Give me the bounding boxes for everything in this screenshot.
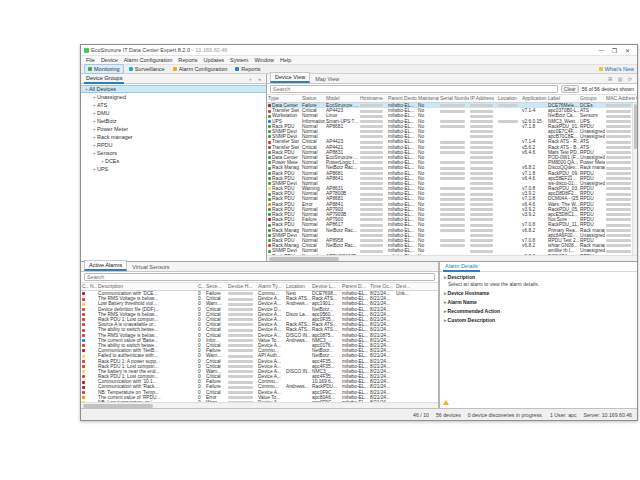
- column-header[interactable]: Application ...: [521, 96, 547, 101]
- perspective-surveillance[interactable]: Surveillance: [126, 65, 168, 73]
- column-header[interactable]: Contact Na...: [635, 96, 637, 101]
- menu-item-window[interactable]: Window: [251, 57, 277, 63]
- chevron-icon[interactable]: ▸: [444, 299, 447, 305]
- device-table-vscrollbar[interactable]: [632, 103, 637, 255]
- column-header[interactable]: Maintenan...: [417, 96, 439, 101]
- redacted-text: [606, 172, 631, 175]
- expand-icon[interactable]: +: [93, 134, 96, 140]
- menu-item-file[interactable]: File: [83, 57, 98, 63]
- chevron-icon[interactable]: ▸: [444, 308, 447, 314]
- menu-item-device[interactable]: Device: [98, 57, 121, 63]
- perspective-reports[interactable]: Reports: [232, 65, 263, 73]
- maximize-button[interactable]: ❐: [608, 47, 621, 54]
- status-icon: [268, 229, 271, 232]
- expand-icon[interactable]: +: [93, 118, 96, 124]
- tab-active-alarms[interactable]: Active Alarms: [84, 260, 127, 271]
- perspective-alarm-configuration[interactable]: Alarm Configuration: [170, 65, 231, 73]
- tree-item-dmu[interactable]: +DMU: [81, 109, 266, 117]
- redacted-text: [470, 172, 493, 175]
- expand-icon[interactable]: +: [93, 126, 96, 132]
- column-header[interactable]: Device L...: [311, 284, 341, 289]
- column-header[interactable]: C...: [81, 284, 89, 289]
- status-icon: [268, 172, 271, 175]
- tree-item-rack-manager[interactable]: +Rack manager: [81, 133, 266, 141]
- chevron-icon[interactable]: ▸: [444, 317, 447, 323]
- redacted-text: [360, 172, 383, 175]
- expand-icon[interactable]: +: [93, 150, 96, 156]
- menu-item-alarm-configuration[interactable]: Alarm Configuration: [121, 57, 176, 63]
- column-header[interactable]: Description: [97, 284, 197, 289]
- menu-item-reports[interactable]: Reports: [175, 57, 200, 63]
- status-icon: [268, 104, 271, 107]
- detail-section-label: ▸Alarm Name: [444, 299, 633, 305]
- device-view-corner-icons[interactable]: ⊞ ▥ ⟳: [608, 76, 634, 82]
- column-header[interactable]: Parent D...: [341, 284, 369, 289]
- expand-icon[interactable]: +: [93, 166, 96, 172]
- device-search-input[interactable]: [270, 85, 558, 93]
- whats-new-link[interactable]: What's New: [599, 66, 634, 72]
- tree-item-dces[interactable]: +DCEs: [81, 157, 266, 165]
- chevron-icon[interactable]: ▸: [444, 274, 447, 280]
- chevron-icon[interactable]: ▸: [444, 290, 447, 296]
- column-header[interactable]: IP Address: [469, 96, 497, 101]
- severity-icon: [82, 370, 85, 373]
- device-table-hscrollbar[interactable]: [267, 255, 637, 261]
- tree-item-ups[interactable]: +UPS: [81, 165, 266, 173]
- expand-icon[interactable]: +: [93, 110, 96, 116]
- redacted-text: [360, 110, 383, 113]
- status-icon: [268, 151, 271, 154]
- column-header[interactable]: Alarm Ty...: [257, 284, 285, 289]
- alarm-table-hscrollbar[interactable]: [81, 402, 438, 408]
- tree-item-rpdu[interactable]: +RPDU: [81, 141, 266, 149]
- column-header[interactable]: Groups: [579, 96, 605, 101]
- minimize-button[interactable]: —: [595, 47, 608, 54]
- status-icon: [268, 218, 271, 221]
- column-header[interactable]: Label: [547, 96, 579, 101]
- expand-icon[interactable]: +: [85, 86, 88, 92]
- column-header[interactable]: Device H...: [227, 284, 257, 289]
- device-groups-header-icons[interactable]: ＋ «: [248, 76, 263, 82]
- menu-item-updates[interactable]: Updates: [201, 57, 228, 63]
- alarm-table-header: C...N...DescriptionC...Seve...Device H..…: [81, 283, 438, 291]
- perspective-monitoring[interactable]: Monitoring: [84, 64, 124, 74]
- column-header[interactable]: Location: [497, 96, 521, 101]
- tree-item-ats[interactable]: +ATS: [81, 101, 266, 109]
- status-icon: [268, 130, 271, 133]
- expand-icon[interactable]: +: [93, 102, 96, 108]
- column-header[interactable]: Location: [285, 284, 311, 289]
- redacted-text: [440, 167, 465, 170]
- expand-icon[interactable]: +: [101, 158, 104, 164]
- tab-device-view[interactable]: Device View: [270, 72, 310, 83]
- tab-map-view[interactable]: Map View: [311, 75, 343, 83]
- tab-virtual-sensors[interactable]: Virtual Sensors: [128, 263, 173, 271]
- column-header[interactable]: Devi...: [395, 284, 415, 289]
- clear-button[interactable]: Clear: [561, 85, 579, 93]
- tree-item-netbotz[interactable]: +NetBotz: [81, 117, 266, 125]
- expand-icon[interactable]: +: [93, 142, 96, 148]
- column-header[interactable]: C...: [197, 284, 205, 289]
- status-icon: [268, 182, 271, 185]
- column-header[interactable]: Time Oc...: [369, 284, 395, 289]
- column-header[interactable]: Status: [301, 96, 325, 101]
- close-button[interactable]: ✕: [621, 47, 634, 54]
- tree-item-sensors[interactable]: +Sensors: [81, 149, 266, 157]
- expand-icon[interactable]: +: [93, 94, 96, 100]
- tree-item-unassigned[interactable]: +Unassigned: [81, 93, 266, 101]
- column-header[interactable]: Serial Number: [439, 96, 469, 101]
- column-header[interactable]: Parent Device: [387, 96, 417, 101]
- table-cell: AP8641: [325, 176, 359, 181]
- column-header[interactable]: MAC Address: [605, 96, 635, 101]
- menu-item-help[interactable]: Help: [277, 57, 294, 63]
- column-header[interactable]: N...: [89, 284, 97, 289]
- redacted-text: [228, 292, 253, 295]
- menu-item-system[interactable]: System: [227, 57, 251, 63]
- column-header[interactable]: Type: [267, 96, 301, 101]
- tree-item-power-meter[interactable]: +Power Meter: [81, 125, 266, 133]
- redacted-text: [440, 177, 465, 180]
- column-header[interactable]: Seve...: [205, 284, 227, 289]
- alarm-search-input[interactable]: [84, 273, 435, 281]
- column-header[interactable]: Model: [325, 96, 359, 101]
- redacted-text: [228, 349, 253, 352]
- tree-item-all-devices[interactable]: +All Devices: [81, 85, 266, 93]
- column-header[interactable]: Hostname: [359, 96, 387, 101]
